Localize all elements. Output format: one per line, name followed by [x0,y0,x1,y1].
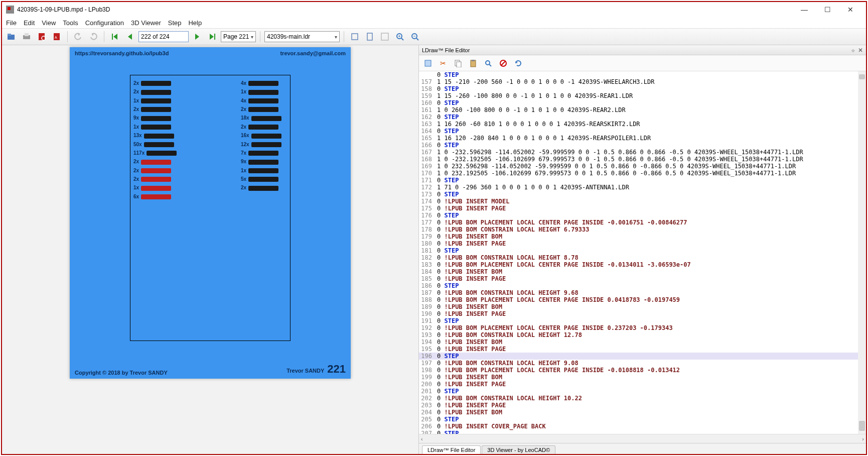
last-page-icon[interactable] [206,30,219,43]
code-line[interactable]: 1910 STEP [419,317,866,324]
code-line[interactable]: 1780 !LPUB BOM CONSTRAIN LOCAL HEIGHT 6.… [419,226,866,233]
tab-editor[interactable]: LDraw™ File Editor [422,445,481,454]
code-line[interactable]: 1940 !LPUB INSERT BOM [419,338,866,346]
page-preview-pane[interactable]: https://trevorsandy.github.io/lpub3d tre… [2,45,418,454]
code-line[interactable]: 1850 !LPUB INSERT PAGE [419,275,866,282]
fit-page-icon[interactable] [363,30,376,43]
fit-width-icon[interactable] [348,30,361,43]
code-line[interactable]: 1920 !LPUB BOM PLACEMENT LOCAL CENTER PA… [419,324,866,331]
menu-step[interactable]: Step [168,19,182,27]
undo-icon[interactable] [72,30,85,43]
code-line[interactable]: 1830 !LPUB BOM PLACEMENT LOCAL CENTER PA… [419,261,866,268]
horizontal-scrollbar[interactable]: ‹› [419,434,866,443]
code-line[interactable]: 1980 !LPUB BOM PLACEMENT LOCAL CENTER PA… [419,367,866,374]
code-line[interactable]: 2020 !LPUB BOM CONSTRAIN LOCAL HEIGHT 10… [419,395,866,402]
menu-configuration[interactable]: Configuration [85,19,124,27]
code-line[interactable]: 1770 !LPUB BOM PLACEMENT LOCAL CENTER PA… [419,219,866,226]
code-line[interactable]: 1640 STEP [419,128,866,135]
code-line[interactable]: 2000 !LPUB INSERT PAGE [419,381,866,388]
pdf-preview-icon[interactable] [35,30,48,43]
code-line[interactable]: 1810 STEP [419,247,866,254]
code-line[interactable]: 1990 !LPUB INSERT BOM [419,374,866,381]
code-editor[interactable]: 0 STEP1571 15 -210 -200 560 -1 0 0 0 1 0… [419,71,866,434]
code-line[interactable]: 1740 !LPUB INSERT MODEL [419,198,866,205]
code-line[interactable]: 1631 16 260 -60 810 1 0 0 0 1 0 0 0 1 42… [419,121,866,128]
code-line[interactable]: 1820 !LPUB BOM CONSTRAIN LOCAL HEIGHT 8.… [419,254,866,261]
paste-icon[interactable] [467,57,479,69]
copy-icon[interactable] [452,57,464,69]
zoom-out-icon[interactable] [408,30,421,43]
code-line[interactable]: 1930 !LPUB BOM CONSTRAIN LOCAL HEIGHT 12… [419,331,866,338]
delete-icon[interactable] [497,57,509,69]
scroll-thumb[interactable] [859,421,865,431]
code-line[interactable]: 1840 !LPUB INSERT BOM [419,268,866,275]
code-line[interactable]: 1960 STEP [419,353,866,360]
zoom-in-icon[interactable] [393,30,406,43]
code-line[interactable]: 0 STEP [419,71,866,78]
vertical-scrollbar[interactable] [858,71,866,434]
cut-icon[interactable]: ✂ [437,57,449,69]
code-line[interactable]: 1691 0 232.596298 -114.052002 -59.999599… [419,163,866,170]
code-line[interactable]: 1900 !LPUB INSERT PAGE [419,310,866,317]
code-line[interactable]: 1970 !LPUB BOM CONSTRAIN LOCAL HEIGHT 9.… [419,360,866,367]
page-input[interactable] [138,31,189,42]
redo-icon[interactable] [87,30,100,43]
code-line[interactable]: 2060 !LPUB INSERT COVER_PAGE BACK [419,423,866,430]
code-line[interactable]: 1890 !LPUB INSERT BOM [419,303,866,310]
code-line[interactable]: 1730 STEP [419,191,866,198]
menu-file[interactable]: File [6,19,17,27]
pin-icon[interactable]: ⟐ [851,47,855,53]
menu-help[interactable]: Help [188,19,202,27]
code-line[interactable]: 1580 STEP [419,85,866,92]
prev-page-icon[interactable] [123,30,136,43]
code-line[interactable]: 1710 STEP [419,177,866,184]
code-line[interactable]: 1790 !LPUB INSERT BOM [419,233,866,240]
menu-tools[interactable]: Tools [63,19,78,27]
menu-3dviewer[interactable]: 3D Viewer [131,19,161,27]
code-line[interactable]: 1671 0 -232.596298 -114.052002 -59.99959… [419,149,866,156]
find-icon[interactable] [482,57,494,69]
maximize-button[interactable]: ☐ [816,2,839,17]
code-line[interactable]: 1701 0 232.192505 -106.102699 679.999573… [419,170,866,177]
actual-size-icon[interactable] [378,30,391,43]
close-button[interactable]: ✕ [839,2,862,17]
code-line[interactable]: 1760 STEP [419,212,866,219]
code-line[interactable]: 1651 16 120 -280 840 1 0 0 0 1 0 0 0 1 4… [419,135,866,142]
code-line[interactable]: 2050 STEP [419,416,866,423]
menu-edit[interactable]: Edit [24,19,35,27]
refresh-icon[interactable] [512,57,524,69]
menu-view[interactable]: View [42,19,56,27]
code-line[interactable]: 1660 STEP [419,142,866,149]
minimize-button[interactable]: ― [793,2,816,17]
print-icon[interactable] [20,30,33,43]
code-line[interactable]: 1600 STEP [419,99,866,106]
code-line[interactable]: 1870 !LPUB BOM CONSTRAIN LOCAL HEIGHT 9.… [419,289,866,296]
code-line[interactable]: 1620 STEP [419,113,866,121]
code-line[interactable]: 1950 !LPUB INSERT PAGE [419,346,866,353]
code-line[interactable]: 2040 !LPUB INSERT BOM [419,409,866,416]
open-file-icon[interactable] [5,30,18,43]
separator [344,31,344,42]
code-line[interactable]: 1571 15 -210 -200 560 -1 0 0 0 1 0 0 0 -… [419,78,866,85]
code-line[interactable]: 1611 0 260 -100 800 0 0 -1 0 1 0 1 0 0 4… [419,106,866,113]
code-line[interactable]: 1860 STEP [419,282,866,289]
code-line[interactable]: 1681 0 -232.192505 -106.102699 679.99957… [419,156,866,163]
code-line[interactable]: 1750 !LPUB INSERT PAGE [419,205,866,212]
next-page-icon[interactable] [191,30,204,43]
page-combo[interactable]: Page 221 [221,31,256,42]
first-page-icon[interactable] [108,30,121,43]
code-line[interactable]: 1880 !LPUB BOM PLACEMENT LOCAL CENTER PA… [419,296,866,303]
scroll-up-arrow[interactable] [859,74,865,79]
code-line[interactable]: 1800 !LPUB INSERT PAGE [419,240,866,247]
app-icon [6,6,14,14]
file-combo[interactable]: 42039s-main.ldr [264,31,340,42]
code-line[interactable]: 2010 STEP [419,388,866,395]
code-line[interactable]: 1721 71 0 -296 360 1 0 0 0 1 0 0 0 1 420… [419,184,866,191]
code-line[interactable]: 2030 !LPUB INSERT PAGE [419,402,866,409]
panel-close-icon[interactable]: ✕ [858,47,863,54]
select-all-icon[interactable] [422,57,434,69]
code-line[interactable]: 1591 15 -260 -100 800 0 0 -1 0 1 0 1 0 0… [419,92,866,99]
pdf-export-icon[interactable]: A [50,30,63,43]
tab-3dviewer[interactable]: 3D Viewer - by LeoCAD© [482,445,555,454]
code-line[interactable]: 2070 STEP [419,430,866,434]
